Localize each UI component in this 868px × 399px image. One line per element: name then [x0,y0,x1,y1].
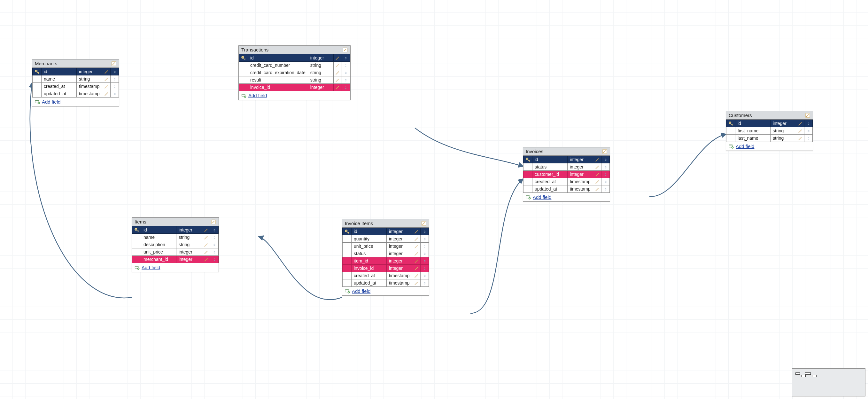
reorder-field-handle[interactable] [804,127,813,134]
edit-field-button[interactable] [412,250,421,257]
edit-field-button[interactable] [202,256,210,263]
reorder-field-handle[interactable] [210,256,219,263]
reorder-field-handle[interactable] [421,243,429,250]
entity-title[interactable]: Merchants [32,59,119,68]
reorder-field-handle[interactable] [601,163,610,171]
edit-field-button[interactable] [412,235,421,243]
edit-field-button[interactable] [412,279,421,287]
reorder-field-handle[interactable] [421,279,429,287]
edit-field-button[interactable] [333,69,342,76]
entity-invoices[interactable]: Invoices idinteger statusinteger custome… [523,147,610,202]
edit-field-button[interactable] [593,185,601,193]
field-row[interactable]: statusinteger [343,250,429,257]
reorder-field-handle[interactable] [421,272,429,279]
edit-entity-icon[interactable] [421,221,426,226]
field-row[interactable]: idinteger [33,68,119,75]
field-row[interactable]: invoice_idinteger [343,265,429,272]
edit-entity-icon[interactable] [805,113,810,118]
field-row[interactable]: idinteger [726,120,813,127]
field-row[interactable]: statusinteger [524,163,610,171]
entity-invoice_items[interactable]: Invoice Items idinteger quantityinteger … [342,219,429,296]
field-row[interactable]: updated_attimestamp [343,279,429,287]
reorder-field-handle[interactable] [421,235,429,243]
edit-field-button[interactable] [333,84,342,91]
reorder-field-handle[interactable] [111,75,119,83]
reorder-field-handle[interactable] [210,234,219,241]
add-field-link[interactable]: Add field [42,99,60,104]
field-row[interactable]: created_attimestamp [343,272,429,279]
edit-field-button[interactable] [412,228,421,235]
field-row[interactable]: last_namestring [726,134,813,142]
edit-field-button[interactable] [796,134,804,142]
reorder-field-handle[interactable] [210,248,219,256]
edit-field-button[interactable] [412,272,421,279]
diagram-canvas[interactable]: Merchants idinteger namestring created_a… [0,0,868,399]
reorder-field-handle[interactable] [210,241,219,248]
edit-field-button[interactable] [202,234,210,241]
reorder-field-handle[interactable] [342,69,350,76]
field-row[interactable]: updated_attimestamp [524,185,610,193]
field-row[interactable]: namestring [33,75,119,83]
field-row[interactable]: invoice_idinteger [239,84,350,91]
field-row[interactable]: credit_card_numberstring [239,62,350,69]
edit-field-button[interactable] [333,76,342,84]
reorder-field-handle[interactable] [421,228,429,235]
field-row[interactable]: credit_card_expiration_datestring [239,69,350,76]
edit-field-button[interactable] [796,120,804,127]
edit-field-button[interactable] [593,163,601,171]
field-row[interactable]: updated_attimestamp [33,90,119,97]
field-row[interactable]: idinteger [239,54,350,62]
entity-title[interactable]: Transactions [239,46,350,54]
edit-field-button[interactable] [333,62,342,69]
edit-field-button[interactable] [593,171,601,178]
edit-field-button[interactable] [593,178,601,185]
field-row[interactable]: idinteger [524,156,610,163]
edit-field-button[interactable] [593,156,601,163]
reorder-field-handle[interactable] [342,76,350,84]
reorder-field-handle[interactable] [111,83,119,90]
edit-entity-icon[interactable] [111,61,116,66]
reorder-field-handle[interactable] [342,54,350,62]
edit-field-button[interactable] [102,83,111,90]
field-row[interactable]: quantityinteger [343,235,429,243]
field-row[interactable]: idinteger [343,228,429,235]
field-row[interactable]: descriptionstring [132,241,219,248]
reorder-field-handle[interactable] [601,156,610,163]
reorder-field-handle[interactable] [804,120,813,127]
edit-field-button[interactable] [412,265,421,272]
edit-field-button[interactable] [412,243,421,250]
reorder-field-handle[interactable] [111,68,119,75]
entity-title[interactable]: Customers [726,111,813,120]
edit-entity-icon[interactable] [343,47,348,53]
edit-field-button[interactable] [202,226,210,234]
field-row[interactable]: item_idinteger [343,257,429,265]
entity-merchants[interactable]: Merchants idinteger namestring created_a… [32,59,119,106]
reorder-field-handle[interactable] [601,171,610,178]
field-row[interactable]: unit_priceinteger [343,243,429,250]
entity-items[interactable]: Items idinteger namestring descriptionst… [132,217,219,272]
edit-field-button[interactable] [412,257,421,265]
reorder-field-handle[interactable] [421,257,429,265]
edit-field-button[interactable] [102,90,111,97]
add-field-link[interactable]: Add field [248,93,267,98]
edit-field-button[interactable] [102,68,111,75]
add-field-link[interactable]: Add field [352,288,370,294]
reorder-field-handle[interactable] [342,84,350,91]
connector[interactable] [30,83,132,298]
entity-title[interactable]: Invoice Items [342,219,429,227]
field-row[interactable]: resultstring [239,76,350,84]
connector[interactable] [649,134,726,196]
field-row[interactable]: customer_idinteger [524,171,610,178]
reorder-field-handle[interactable] [342,62,350,69]
edit-field-button[interactable] [102,75,111,83]
reorder-field-handle[interactable] [804,134,813,142]
add-field-link[interactable]: Add field [142,265,160,270]
minimap[interactable] [792,368,865,396]
edit-field-button[interactable] [796,127,804,134]
field-row[interactable]: unit_priceinteger [132,248,219,256]
connector[interactable] [470,179,523,313]
connector[interactable] [415,128,523,166]
edit-entity-icon[interactable] [211,219,216,224]
field-row[interactable]: merchant_idinteger [132,256,219,263]
edit-field-button[interactable] [333,54,342,62]
